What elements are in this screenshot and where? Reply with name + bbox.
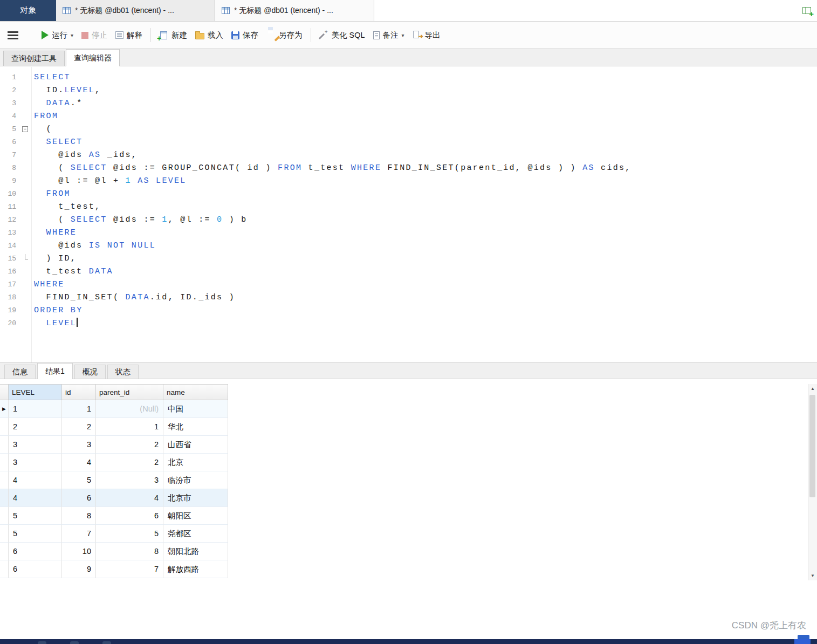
code-line[interactable]: 5− ( [0, 123, 817, 136]
table-row[interactable]: 575尧都区 [0, 525, 228, 543]
cell[interactable]: 华北 [163, 418, 228, 436]
export-button[interactable]: 导出 [413, 30, 441, 40]
cell[interactable]: 朝阳北路 [163, 543, 228, 560]
table-row[interactable]: 6108朝阳北路 [0, 543, 228, 560]
code-line[interactable]: 19ORDER BY [0, 304, 817, 317]
result-tab[interactable]: 状态 [107, 365, 139, 379]
scroll-down-arrow-icon[interactable]: ▼ [808, 572, 817, 580]
code-line[interactable]: 20 LEVEL [0, 317, 817, 330]
code-line[interactable]: 3 DATA.* [0, 97, 817, 110]
beautify-sql-button[interactable]: 美化 SQL [319, 30, 365, 40]
code-line[interactable]: 8 ( SELECT @ids := GROUP_CONCAT( id ) FR… [0, 162, 817, 175]
code-line[interactable]: 9 @l := @l + 1 AS LEVEL [0, 175, 817, 188]
cell[interactable]: 4 [9, 489, 62, 507]
cell[interactable]: 4 [96, 489, 163, 507]
code-line[interactable]: 10 FROM [0, 188, 817, 201]
table-row[interactable]: 453临汾市 [0, 471, 228, 489]
cell[interactable]: 1 [96, 418, 163, 436]
cell[interactable]: 朝阳区 [163, 507, 228, 525]
cell[interactable]: 1 [62, 400, 96, 418]
code-line[interactable]: 7 @ids AS _ids, [0, 149, 817, 162]
scroll-up-arrow-icon[interactable]: ▲ [808, 385, 817, 393]
cell[interactable]: 3 [9, 436, 62, 454]
code-line[interactable]: 18 FIND_IN_SET( DATA.id, ID._ids ) [0, 291, 817, 304]
cell[interactable]: 临汾市 [163, 471, 228, 489]
column-header-id[interactable]: id [62, 385, 96, 400]
code-line[interactable]: 13 WHERE [0, 227, 817, 239]
sql-editor[interactable]: 1SELECT2 ID.LEVEL,3 DATA.*4FROM5− (6 SEL… [0, 67, 817, 362]
code-line[interactable]: 14 @ids IS NOT NULL [0, 239, 817, 252]
document-tab[interactable]: * 无标题 @db01 (tencent) - ... [56, 0, 215, 21]
cell[interactable]: 8 [62, 507, 96, 525]
table-row[interactable]: 464北京市 [0, 489, 228, 507]
fold-collapse-icon[interactable]: − [22, 126, 28, 132]
cell[interactable]: 6 [62, 489, 96, 507]
result-tab[interactable]: 信息 [4, 365, 36, 379]
cell[interactable]: 1 [9, 400, 62, 418]
cell[interactable]: 5 [62, 471, 96, 489]
cell[interactable]: 6 [9, 560, 62, 578]
cell[interactable]: 9 [62, 560, 96, 578]
new-query-tab-button[interactable] [797, 0, 817, 21]
cell[interactable]: 7 [96, 560, 163, 578]
cell[interactable]: 5 [96, 525, 163, 543]
cell[interactable]: 10 [62, 543, 96, 560]
code-line[interactable]: 16 t_test DATA [0, 265, 817, 278]
code-line[interactable]: 12 ( SELECT @ids := 1, @l := 0 ) b [0, 214, 817, 227]
document-tab[interactable]: * 无标题 @db01 (tencent) - ... [215, 0, 374, 21]
result-tab[interactable]: 概况 [74, 365, 106, 379]
main-menu-button[interactable] [8, 31, 18, 39]
table-row[interactable]: 221华北 [0, 418, 228, 436]
cell[interactable]: 中国 [163, 400, 228, 418]
cell[interactable]: 2 [62, 418, 96, 436]
cell[interactable]: 3 [9, 454, 62, 471]
code-line[interactable]: 2 ID.LEVEL, [0, 84, 817, 97]
table-row[interactable]: 697解放西路 [0, 560, 228, 578]
explain-button[interactable]: 解释 [115, 30, 142, 40]
cell[interactable]: 2 [96, 454, 163, 471]
table-row[interactable]: 586朝阳区 [0, 507, 228, 525]
vertical-scrollbar[interactable]: ▲ ▼ [808, 384, 817, 580]
code-line[interactable]: 4FROM [0, 110, 817, 123]
cell[interactable]: 3 [62, 436, 96, 454]
table-row[interactable]: 342北京 [0, 454, 228, 471]
cell[interactable]: 北京市 [163, 489, 228, 507]
scrollbar-thumb[interactable] [809, 395, 815, 497]
cell[interactable]: 4 [62, 454, 96, 471]
cell[interactable]: 8 [96, 543, 163, 560]
table-row[interactable]: ▶11(Null)中国 [0, 400, 228, 418]
code-line[interactable]: 15 ) ID, [0, 252, 817, 265]
cell[interactable]: (Null) [96, 400, 163, 418]
code-line[interactable]: 17WHERE [0, 278, 817, 291]
new-button[interactable]: + 新建 [159, 30, 187, 40]
query-tab[interactable]: 查询编辑器 [66, 49, 120, 66]
cell[interactable]: 5 [9, 507, 62, 525]
column-header-name[interactable]: name [163, 385, 228, 400]
code-line[interactable]: 6 SELECT [0, 136, 817, 149]
cell[interactable]: 3 [96, 471, 163, 489]
run-button[interactable]: 运行 ▾ [42, 30, 73, 40]
cell[interactable]: 6 [96, 507, 163, 525]
cell[interactable]: 解放西路 [163, 560, 228, 578]
column-header-level[interactable]: LEVEL [9, 385, 62, 400]
cell[interactable]: 北京 [163, 454, 228, 471]
save-as-button[interactable]: 另存为 [266, 30, 303, 40]
cell[interactable]: 2 [9, 418, 62, 436]
query-tab[interactable]: 查询创建工具 [3, 51, 65, 66]
column-header-parent_id[interactable]: parent_id [96, 385, 163, 400]
stop-button[interactable]: 停止 [81, 30, 107, 40]
cell[interactable]: 2 [96, 436, 163, 454]
result-tab[interactable]: 结果1 [37, 363, 73, 379]
code-line[interactable]: 1SELECT [0, 71, 817, 84]
cell[interactable]: 尧都区 [163, 525, 228, 543]
objects-tab[interactable]: 对象 [0, 0, 56, 21]
cell[interactable]: 5 [9, 525, 62, 543]
save-button[interactable]: 保存 [231, 30, 258, 40]
cell[interactable]: 6 [9, 543, 62, 560]
code-line[interactable]: 11 t_test, [0, 201, 817, 214]
load-button[interactable]: 载入 [195, 30, 223, 40]
table-row[interactable]: 332山西省 [0, 436, 228, 454]
cell[interactable]: 7 [62, 525, 96, 543]
cell[interactable]: 山西省 [163, 436, 228, 454]
comment-button[interactable]: 备注 ▾ [373, 30, 404, 40]
